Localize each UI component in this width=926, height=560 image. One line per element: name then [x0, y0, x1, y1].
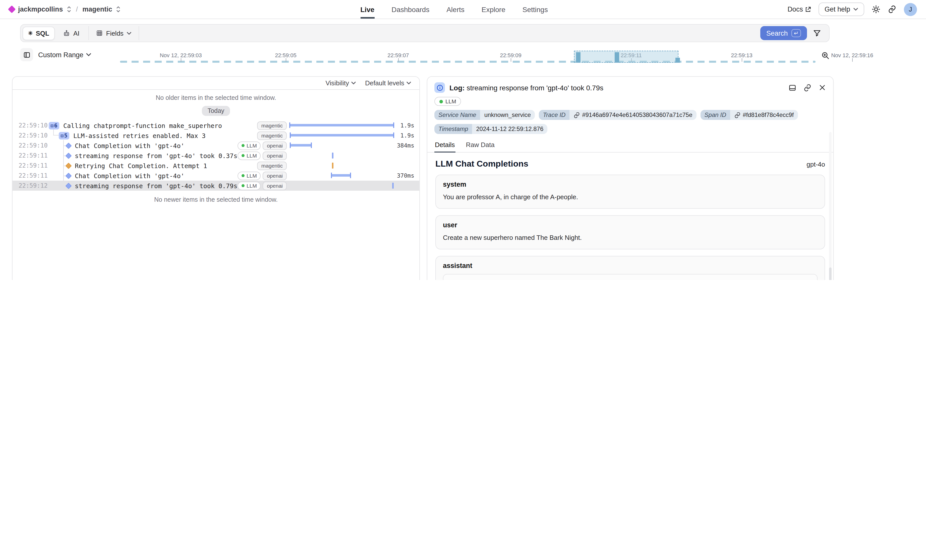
meta-field-text: #9146a6974e4e6140538043607a71c75e — [582, 112, 692, 118]
waterfall-bar — [332, 163, 333, 169]
row-message: Chat Completion with 'gpt-4o' — [75, 142, 185, 149]
nav-tab[interactable]: Settings — [522, 0, 548, 18]
row-timestamp: 22:59:11 — [18, 152, 41, 159]
nav-tab[interactable]: Alerts — [446, 0, 465, 18]
span-diamond-icon — [65, 162, 71, 169]
chevron-down-icon — [86, 53, 91, 57]
log-row[interactable]: 22:59:11 ⊟ Chat Completion with 'gpt-4o'… — [12, 171, 419, 181]
row-tag: LLM — [238, 171, 261, 180]
row-icon[interactable]: ⊟ — [66, 183, 71, 188]
sql-mode-button[interactable]: ✳SQL — [23, 26, 55, 40]
row-duration: 1.9s — [395, 122, 419, 129]
get-help-button[interactable]: Get help — [819, 3, 864, 16]
row-waterfall — [290, 161, 395, 171]
log-row[interactable]: 22:59:12 ⊟ streaming response from 'gpt-… — [12, 181, 419, 191]
ai-mode-button[interactable]: AI — [58, 27, 85, 39]
log-list-panel: Visibility Default levels No older items… — [12, 76, 420, 280]
theme-toggle-button[interactable] — [872, 5, 880, 14]
timeline-tick-mark — [852, 58, 853, 62]
waterfall-bar — [290, 134, 394, 136]
detail-tab-label: Details — [435, 141, 455, 148]
docs-link[interactable]: Docs — [787, 6, 811, 13]
nav-tab-label: Live — [360, 5, 374, 13]
meta-field[interactable]: Trace ID #9146a6974e4e6140538043607a71c7… — [539, 110, 696, 120]
child-count: 5 — [64, 132, 67, 139]
chevron-updown-icon[interactable] — [67, 6, 71, 12]
meta-field[interactable]: Timestamp 2024-11-12 22:59:12.876 — [434, 124, 547, 134]
row-icon[interactable]: ⊟ — [66, 163, 71, 168]
log-row[interactable]: 22:59:11 ⊟ Retrying Chat Completion. Att… — [12, 161, 419, 171]
share-link-button[interactable] — [888, 5, 896, 14]
row-icon[interactable]: ⊟ — [66, 143, 71, 148]
row-tag: openai — [263, 181, 287, 190]
row-waterfall — [290, 140, 395, 151]
nav-tab[interactable]: Dashboards — [392, 0, 429, 18]
link-icon — [573, 112, 580, 118]
collapse-count-badge[interactable]: ⊟6 — [49, 122, 59, 129]
org-selector[interactable]: jackmpcollins — [18, 6, 63, 13]
timeline-tick-label: 22:59:13 — [731, 52, 752, 58]
meta-field[interactable]: Service Name unknown_service — [434, 110, 535, 120]
close-icon — [819, 83, 826, 91]
default-levels-dropdown[interactable]: Default levels — [365, 79, 411, 87]
fields-button[interactable]: Fields — [89, 26, 139, 40]
open-drawer-button[interactable] — [788, 83, 796, 92]
span-diamond-icon — [65, 142, 71, 148]
meta-field-value: #9146a6974e4e6140538043607a71c75e — [569, 110, 696, 120]
link-icon — [734, 112, 741, 118]
time-range-bar: Custom Range Nov 12, 22:59:03 22:59:05 — [20, 46, 829, 68]
copy-link-button[interactable] — [803, 83, 811, 92]
search-button[interactable]: Search↵ — [760, 26, 807, 40]
sql-label: SQL — [36, 29, 49, 37]
detail-tab[interactable]: Details — [434, 139, 455, 152]
ai-label: AI — [73, 29, 80, 37]
child-count: 6 — [54, 122, 57, 129]
visibility-dropdown[interactable]: Visibility — [325, 79, 356, 87]
nav-tab[interactable]: Explore — [481, 0, 505, 18]
row-icon[interactable]: ⊟ — [66, 174, 71, 178]
log-row[interactable]: 22:59:10 ⊟5 LLM-assisted retries enabled… — [12, 130, 419, 140]
detail-tab-label: Raw Data — [466, 141, 495, 148]
llm-tag: LLM — [434, 97, 461, 106]
row-icon[interactable]: ⊟5 — [59, 132, 69, 139]
timeline-selection[interactable] — [574, 51, 678, 63]
detail-header: Log: streaming response from 'gpt-4o' to… — [427, 77, 833, 97]
today-badge[interactable]: Today — [202, 106, 230, 116]
log-row[interactable]: 22:59:10 ⊟6 Calling chatprompt-function … — [12, 121, 419, 130]
log-row[interactable]: 22:59:10 ⊟ Chat Completion with 'gpt-4o'… — [12, 140, 419, 151]
timeline-tick-mark — [511, 58, 511, 62]
row-icon[interactable]: ⊟6 — [49, 122, 59, 129]
row-duration: 1.9s — [395, 132, 419, 139]
detail-title: Log: streaming response from 'gpt-4o' to… — [449, 83, 603, 92]
timeline-tick-label: Nov 12, 22:59:03 — [160, 52, 202, 58]
nav-tab[interactable]: Live — [360, 0, 374, 18]
row-icon[interactable]: ⊟ — [66, 153, 71, 158]
time-range-selector[interactable]: Custom Range — [38, 51, 91, 59]
meta-field[interactable]: Span ID #fd81e8f78c4ecc9f — [701, 110, 798, 120]
scrollbar-thumb[interactable] — [829, 267, 832, 280]
robot-icon — [63, 29, 70, 37]
row-tag: LLM — [238, 141, 261, 150]
collapse-count-badge[interactable]: ⊟5 — [59, 132, 69, 139]
log-row[interactable]: 22:59:11 ⊟ streaming response from 'gpt-… — [12, 151, 419, 161]
app-window: jackmpcollins / magentic LiveDashboardsA… — [0, 0, 926, 280]
row-duration: 370ms — [395, 172, 419, 179]
filter-button[interactable] — [813, 29, 821, 37]
get-help-label: Get help — [825, 6, 850, 13]
scrollbar-track[interactable] — [829, 132, 832, 280]
close-panel-button[interactable] — [819, 83, 826, 92]
default-levels-label: Default levels — [365, 79, 404, 87]
meta-field-label: Service Name — [434, 110, 480, 120]
collapse-sidebar-button[interactable] — [20, 48, 33, 61]
detail-tab[interactable]: Raw Data — [466, 139, 495, 152]
timeline[interactable]: Nov 12, 22:59:03 22:59:05 22:59:07 — [100, 46, 816, 68]
message-text: Create a new superhero named The Bark Ni… — [443, 233, 817, 243]
breadcrumb: jackmpcollins / magentic — [9, 0, 121, 18]
user-avatar[interactable]: J — [904, 3, 917, 16]
meta-field-text: 2024-11-12 22:59:12.876 — [476, 125, 543, 133]
zoom-in-button[interactable] — [821, 51, 829, 60]
chevron-updown-icon[interactable] — [116, 6, 121, 12]
row-message: Chat Completion with 'gpt-4o' — [75, 172, 185, 180]
docs-label: Docs — [787, 6, 803, 13]
project-selector[interactable]: magentic — [82, 6, 112, 13]
